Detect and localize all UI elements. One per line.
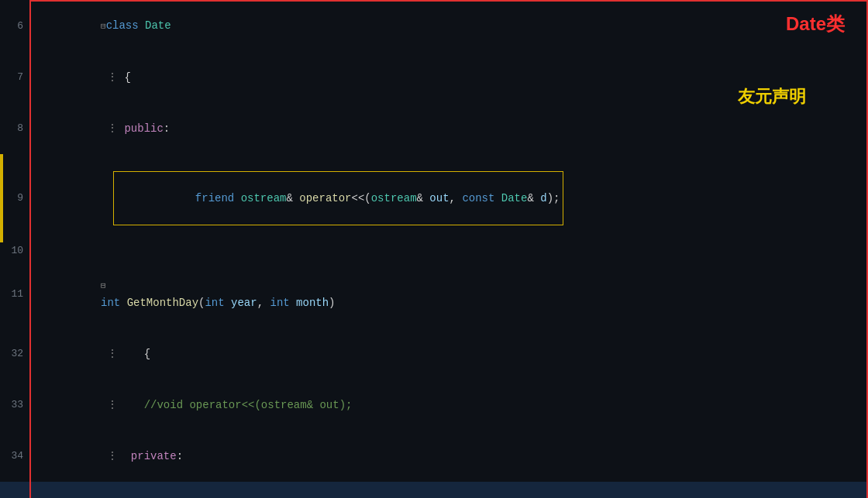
line-content-33: ⋮ //void operator<<(ostream& out); <box>33 380 868 431</box>
line-num-10: 10 <box>0 242 33 259</box>
line-content-34: ⋮ private: <box>33 431 868 482</box>
line-35: 35 ⋮ int _year; <box>0 482 868 498</box>
line-8: 8 ⋮ public: <box>0 103 868 154</box>
line-content-6: ⊟class Date <box>33 0 868 52</box>
line-34: 34 ⋮ private: <box>0 431 868 482</box>
line-7: 7 ⋮ { <box>0 52 868 103</box>
line-content-8: ⋮ public: <box>33 103 868 154</box>
editor-container: 6 ⊟class Date 7 ⋮ { 8 ⋮ public: <box>0 0 868 498</box>
line-content-32: ⋮ { <box>33 328 868 380</box>
line-num-33: 33 <box>0 397 33 414</box>
line-content-9: friend ostream& operator<<(ostream& out,… <box>33 154 868 242</box>
line-content-7: ⋮ { <box>33 52 868 103</box>
line-num-7: 7 <box>0 69 33 86</box>
line-32: 32 ⋮ { <box>0 328 868 380</box>
line-num-6: 6 <box>0 18 33 35</box>
line-num-32: 32 <box>0 345 33 362</box>
line-10: 10 <box>0 242 868 259</box>
line-9: 9 friend ostream& operator<<(ostream& ou… <box>0 154 868 242</box>
line-num-34: 34 <box>0 448 33 465</box>
line-11: 11 ⊟ int GetMonthDay(int year, int month… <box>0 259 868 328</box>
line-content-11: ⊟ int GetMonthDay(int year, int month) <box>33 259 868 328</box>
line-6: 6 ⊟class Date <box>0 0 868 52</box>
code-area: 6 ⊟class Date 7 ⋮ { 8 ⋮ public: <box>0 0 868 498</box>
line-num-9: 9 <box>0 190 33 207</box>
class-section: 6 ⊟class Date 7 ⋮ { 8 ⋮ public: <box>0 0 868 498</box>
line-content-35: ⋮ int _year; <box>33 482 868 498</box>
line-num-8: 8 <box>0 120 33 137</box>
yellow-marker <box>0 154 3 242</box>
line-num-11: 11 <box>0 286 33 303</box>
line-33: 33 ⋮ //void operator<<(ostream& out); <box>0 380 868 431</box>
